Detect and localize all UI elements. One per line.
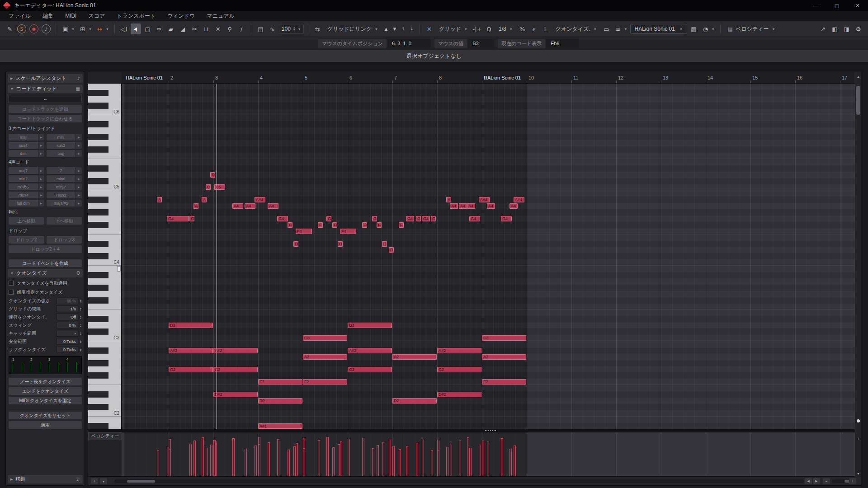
nudge-down-icon[interactable]: ▼ xyxy=(391,23,398,34)
midi-note[interactable]: A4 xyxy=(450,203,458,209)
menu-item-2[interactable]: MIDI xyxy=(59,13,82,19)
midi-note[interactable]: C xyxy=(206,184,211,190)
step-input-icon[interactable]: ▦ xyxy=(689,23,699,34)
stepper-icon[interactable]: ▲▼ xyxy=(80,332,82,335)
midi-note[interactable]: G4 xyxy=(406,216,414,221)
chord-type-aug[interactable]: aug▶ xyxy=(47,150,82,157)
midi-note[interactable]: F# xyxy=(362,222,367,228)
midi-note[interactable]: D2 xyxy=(258,398,302,404)
inversion-button[interactable]: 下へ移動 xyxy=(47,217,82,225)
curve-icon[interactable]: ∿ xyxy=(267,23,278,34)
note-display-area[interactable]: AG4GAACDC5A4A4A#4A4G4F#DF4F#GF#DF4F#GF#D… xyxy=(122,84,855,429)
midi-note[interactable]: F# xyxy=(377,222,382,228)
nudge-up-icon[interactable]: ▲ xyxy=(382,23,390,34)
velocity-bar[interactable] xyxy=(482,441,484,476)
menu-item-5[interactable]: ウィンドウ xyxy=(161,12,201,20)
black-key[interactable] xyxy=(88,178,108,184)
midi-note[interactable]: G4 xyxy=(501,216,512,221)
midi-note[interactable]: A4 xyxy=(245,203,255,209)
midi-input-icon-dropdown-arrow[interactable]: ▼ xyxy=(712,28,715,31)
velocity-bar[interactable] xyxy=(189,444,192,476)
auto-scroll-icon[interactable]: ↔ xyxy=(94,23,105,34)
midi-note[interactable]: G2 xyxy=(169,367,213,372)
length-quantize-icon[interactable]: L xyxy=(541,23,551,34)
zoom-preset-button[interactable]: + xyxy=(91,478,98,484)
section-quantize[interactable]: ▼ クオンタイズ Q xyxy=(8,269,83,277)
velocity-bar[interactable] xyxy=(487,441,489,476)
midi-note[interactable]: G xyxy=(416,216,421,221)
midi-note[interactable]: A4 xyxy=(467,203,475,209)
midi-note[interactable]: D xyxy=(210,172,215,178)
midi-note[interactable]: A#2 xyxy=(348,348,392,353)
velocity-bar[interactable] xyxy=(268,442,270,476)
section-scale-assistant[interactable]: ▶ スケールアシスタント ♪ xyxy=(8,74,83,83)
quantize-param-value[interactable]: - xyxy=(57,330,78,337)
velocity-bar[interactable] xyxy=(509,449,512,476)
quantize-param-value[interactable]: 0 % xyxy=(57,322,78,328)
velocity-bar[interactable] xyxy=(288,450,290,476)
black-key[interactable] xyxy=(88,297,108,304)
chord-type-sus4[interactable]: sus4▶ xyxy=(9,142,44,149)
snap-icon[interactable]: ✕ xyxy=(424,23,434,34)
black-key[interactable] xyxy=(88,391,108,398)
audition-icon[interactable]: ◁) xyxy=(119,23,129,34)
hzoom-in-button[interactable]: + xyxy=(849,478,856,484)
velocity-bar[interactable] xyxy=(332,447,335,476)
midi-note[interactable]: A4 xyxy=(459,203,467,209)
velocity-bar[interactable] xyxy=(193,441,196,476)
midi-note[interactable]: D xyxy=(389,247,394,253)
project-cursor[interactable] xyxy=(217,84,217,429)
midi-note[interactable]: G4 xyxy=(422,216,430,221)
chord-variant-arrow-icon[interactable]: ▶ xyxy=(76,200,82,206)
pin-editor-content-icon[interactable]: ✎ xyxy=(5,23,15,34)
velocity-bar[interactable] xyxy=(277,439,279,476)
chord-variant-arrow-icon[interactable]: ▶ xyxy=(38,192,44,198)
midi-note[interactable]: D xyxy=(338,241,343,247)
event-colors-dropdown[interactable]: ▤ベロシティー▼ xyxy=(725,24,778,34)
line-tool[interactable]: ∕ xyxy=(236,23,247,34)
black-key[interactable] xyxy=(88,222,108,228)
velocity-lane[interactable] xyxy=(122,432,855,477)
quantize-param-value[interactable]: 0 Ticks xyxy=(57,346,78,353)
split-tool[interactable]: ✂ xyxy=(189,23,200,34)
chord-variant-arrow-icon[interactable]: ▶ xyxy=(38,167,44,174)
sensitive-quantize-checkbox[interactable] xyxy=(9,290,14,295)
midi-note[interactable]: A#2 xyxy=(437,348,481,353)
midi-note[interactable]: F2 xyxy=(482,379,526,385)
midi-input-icon[interactable]: ◔ xyxy=(700,23,711,34)
velocity-bar[interactable] xyxy=(169,450,171,476)
part-selector-dropdown[interactable]: HALion Sonic 01▼ xyxy=(630,24,687,34)
black-key[interactable] xyxy=(88,121,108,127)
midi-note[interactable]: A4 xyxy=(509,203,518,209)
midi-note[interactable]: G4 xyxy=(277,216,288,221)
menu-item-3[interactable]: スコア xyxy=(82,12,111,20)
midi-note[interactable]: D#2 xyxy=(437,392,481,397)
midi-note[interactable]: G xyxy=(431,216,436,221)
chord-type-min[interactable]: min.▶ xyxy=(47,134,82,141)
midi-note[interactable]: A2 xyxy=(392,354,437,360)
midi-note[interactable]: A xyxy=(446,197,451,202)
chord-display[interactable]: -- xyxy=(9,95,82,103)
create-chord-event-button[interactable]: コードイベントを作成 xyxy=(9,259,82,267)
ruler-part-label[interactable]: HALion Sonic 01 xyxy=(484,75,521,80)
zoom-menu-button[interactable]: ▼ xyxy=(100,478,107,484)
section-transpose[interactable]: ▶ 移調 ♫ xyxy=(8,475,83,483)
chord-type-dim[interactable]: dim▶ xyxy=(9,150,44,157)
mute-tool[interactable]: ✕ xyxy=(213,23,223,34)
comp-icon[interactable]: ▤ xyxy=(255,23,266,34)
auto-apply-quantize-checkbox[interactable] xyxy=(9,281,14,286)
menu-item-0[interactable]: ファイル xyxy=(3,12,37,20)
midi-note[interactable]: G xyxy=(189,216,194,221)
trim-tool[interactable]: ◢ xyxy=(178,23,188,34)
stepper-icon[interactable]: ▲▼ xyxy=(80,340,82,343)
tool-set-icon-dropdown-arrow[interactable]: ▼ xyxy=(89,28,92,31)
quantize-preset-dropdown[interactable]: 1/8▼ xyxy=(495,24,516,34)
midi-note[interactable]: G xyxy=(372,216,377,221)
midi-note[interactable]: A xyxy=(202,197,207,202)
glue-tool[interactable]: ⊔ xyxy=(201,23,212,34)
tool-set-icon[interactable]: ⊞ xyxy=(77,23,88,34)
splitter-handle-icon[interactable] xyxy=(485,430,496,431)
vzoom-in-button[interactable]: + xyxy=(855,436,861,441)
chord-variant-arrow-icon[interactable]: ▶ xyxy=(38,142,44,149)
black-key[interactable] xyxy=(88,316,108,322)
